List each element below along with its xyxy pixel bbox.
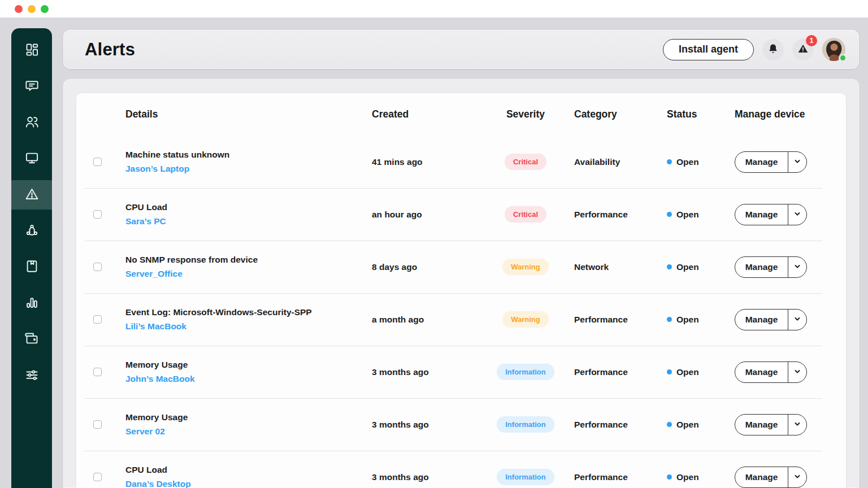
user-avatar[interactable] <box>822 38 845 61</box>
status-label: Open <box>676 367 699 377</box>
manage-button-label[interactable]: Manage <box>735 310 788 330</box>
reports-icon <box>24 295 40 312</box>
manage-button-label[interactable]: Manage <box>735 257 788 277</box>
dashboard-icon <box>24 42 40 59</box>
manage-button-label[interactable]: Manage <box>735 152 788 172</box>
manage-cell: Manage <box>729 467 846 488</box>
maximize-button[interactable] <box>41 5 49 13</box>
sidebar-item-alerts[interactable] <box>11 180 52 210</box>
row-checkbox[interactable] <box>93 263 102 271</box>
devices-icon <box>24 150 40 168</box>
severity-cell: Warning <box>486 259 565 275</box>
alert-title: Memory Usage <box>125 412 367 422</box>
alerts-icon <box>24 186 40 204</box>
severity-cell: Critical <box>486 154 565 170</box>
table-row: Memory Usage John’s MacBook 3 months ago… <box>76 346 846 398</box>
sidebar-item-users[interactable] <box>11 108 52 137</box>
manage-button-label[interactable]: Manage <box>735 415 788 435</box>
row-checkbox[interactable] <box>93 315 102 324</box>
sidebar-item-messages[interactable] <box>11 72 52 101</box>
device-link[interactable]: Lili’s MacBook <box>125 321 186 331</box>
manage-button[interactable]: Manage <box>735 414 807 435</box>
sidebar-item-reports[interactable] <box>11 289 52 318</box>
column-header-category: Category <box>565 108 656 120</box>
created-cell: 8 days ago <box>367 262 486 272</box>
device-link[interactable]: Jason’s Laptop <box>125 164 189 173</box>
sidebar-item-settings[interactable] <box>11 361 52 390</box>
install-agent-button[interactable]: Install agent <box>663 39 754 60</box>
category-cell: Performance <box>565 315 656 325</box>
sidebar-item-dashboard[interactable] <box>11 36 52 65</box>
users-icon <box>24 114 40 132</box>
alert-title: No SNMP response from device <box>125 255 367 265</box>
column-header-severity: Severity <box>486 108 565 120</box>
table-body: Machine status unknown Jason’s Laptop 41… <box>76 136 846 488</box>
status-dot <box>667 422 672 427</box>
row-checkbox[interactable] <box>93 473 102 481</box>
device-link[interactable]: Server 02 <box>125 426 165 436</box>
manage-dropdown-toggle[interactable] <box>788 204 806 225</box>
status-dot <box>667 369 672 374</box>
created-cell: 3 months ago <box>367 472 486 482</box>
manage-button-label[interactable]: Manage <box>735 362 788 382</box>
table-row: Event Log: Microsoft-Windows-Security-SP… <box>76 293 846 346</box>
minimize-button[interactable] <box>28 5 36 13</box>
row-checkbox[interactable] <box>93 420 102 429</box>
severity-cell: Information <box>486 469 565 485</box>
row-details-cell: Event Log: Microsoft-Windows-Security-SP… <box>119 307 367 332</box>
status-label: Open <box>676 157 699 167</box>
manage-dropdown-toggle[interactable] <box>788 467 806 487</box>
severity-badge: Information <box>497 469 554 485</box>
manage-dropdown-toggle[interactable] <box>788 362 806 382</box>
manage-button[interactable]: Manage <box>735 204 807 225</box>
status-cell: Open <box>656 210 729 220</box>
chevron-down-icon <box>794 210 801 220</box>
online-status-dot <box>839 54 847 62</box>
manage-button[interactable]: Manage <box>735 151 807 173</box>
row-checkbox[interactable] <box>93 368 102 376</box>
manage-button[interactable]: Manage <box>735 256 807 278</box>
device-link[interactable]: Dana’s Desktop <box>125 479 191 488</box>
status-dot <box>667 474 672 480</box>
chevron-down-icon <box>794 315 801 325</box>
row-checkbox[interactable] <box>93 158 102 166</box>
manage-button[interactable]: Manage <box>735 467 807 488</box>
sidebar-item-wallet[interactable] <box>11 325 52 354</box>
device-link[interactable]: Sara’s PC <box>125 216 166 226</box>
sidebar-item-devices[interactable] <box>11 144 52 173</box>
manage-button[interactable]: Manage <box>735 309 807 330</box>
alert-title: Event Log: Microsoft-Windows-Security-SP… <box>125 307 367 317</box>
close-button[interactable] <box>15 5 23 13</box>
header-actions: Install agent 1 <box>663 38 845 61</box>
manage-button[interactable]: Manage <box>735 361 807 383</box>
column-header-created: Created <box>367 108 486 120</box>
sidebar-item-notebook[interactable] <box>11 252 52 282</box>
manage-dropdown-toggle[interactable] <box>788 152 806 172</box>
chevron-down-icon <box>794 262 801 272</box>
manage-dropdown-toggle[interactable] <box>788 415 806 435</box>
device-link[interactable]: Server_Office <box>125 269 183 278</box>
wallet-icon <box>24 331 40 348</box>
manage-button-label[interactable]: Manage <box>735 204 788 225</box>
alerts-notification-button[interactable]: 1 <box>792 39 814 60</box>
status-dot <box>667 159 672 164</box>
sidebar-item-network[interactable] <box>11 216 52 246</box>
row-details-cell: CPU Load Dana’s Desktop <box>119 465 367 488</box>
manage-cell: Manage <box>729 204 846 225</box>
severity-cell: Information <box>486 364 565 380</box>
status-label: Open <box>676 262 699 272</box>
device-link[interactable]: John’s MacBook <box>125 374 195 384</box>
notifications-button[interactable] <box>762 39 784 60</box>
row-checkbox[interactable] <box>93 210 102 219</box>
row-checkbox-cell <box>76 210 119 219</box>
status-label: Open <box>676 420 699 430</box>
manage-button-label[interactable]: Manage <box>735 467 788 487</box>
manage-dropdown-toggle[interactable] <box>788 310 806 330</box>
row-details-cell: Memory Usage John’s MacBook <box>119 360 367 384</box>
page-title: Alerts <box>85 40 135 60</box>
chevron-down-icon <box>794 367 801 377</box>
status-dot <box>667 212 672 217</box>
manage-dropdown-toggle[interactable] <box>788 257 806 277</box>
manage-cell: Manage <box>729 361 846 383</box>
status-dot <box>667 264 672 269</box>
